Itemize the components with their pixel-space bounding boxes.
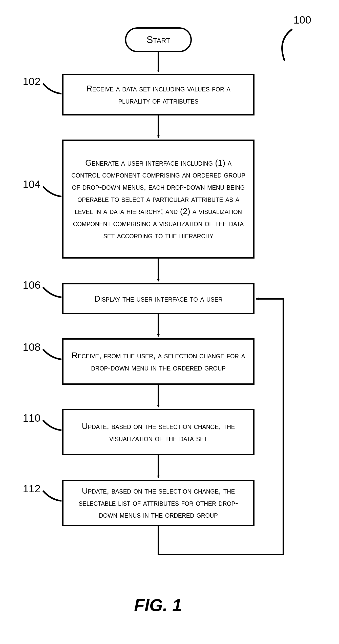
step-104: Generate a user interface including (1) …: [62, 140, 255, 259]
ref-108: 108: [23, 341, 40, 353]
ref-102: 102: [23, 75, 40, 88]
step-102: Receive a data set including values for …: [62, 74, 255, 115]
ref-104: 104: [23, 178, 40, 190]
ref-112: 112: [23, 483, 40, 495]
ref-100: 100: [293, 14, 311, 26]
step-106-text: Display the user interface to a user: [94, 293, 222, 305]
ref-106: 106: [23, 279, 40, 291]
start-node: Start: [125, 27, 192, 52]
step-108-text: Receive, from the user, a selection chan…: [71, 349, 246, 374]
ref-110: 110: [23, 412, 40, 424]
step-110: Update, based on the selection change, t…: [62, 409, 255, 455]
step-108: Receive, from the user, a selection chan…: [62, 338, 255, 385]
step-104-text: Generate a user interface including (1) …: [71, 157, 246, 242]
step-106: Display the user interface to a user: [62, 283, 255, 314]
step-110-text: Update, based on the selection change, t…: [71, 420, 246, 444]
step-102-text: Receive a data set including values for …: [71, 83, 246, 107]
figure-caption: FIG. 1: [134, 595, 182, 615]
step-112: Update, based on the selection change, t…: [62, 480, 255, 526]
flowchart-diagram: Start Receive a data set including value…: [0, 0, 339, 644]
step-112-text: Update, based on the selection change, t…: [71, 485, 246, 521]
start-label: Start: [146, 34, 170, 45]
